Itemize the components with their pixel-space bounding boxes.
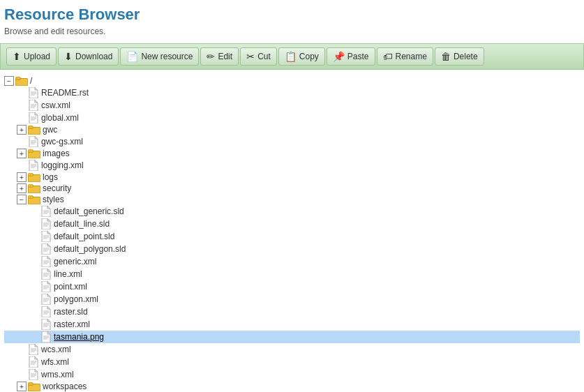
item-label-generic_xml: generic.xml <box>54 257 96 266</box>
file-item-generic_xml[interactable]: generic.xml <box>4 255 580 268</box>
file-item-line_xml[interactable]: line.xml <box>4 268 580 280</box>
item-label-default_polygon: default_polygon.sld <box>54 244 126 254</box>
file-item-point_xml[interactable]: point.xml <box>4 280 580 293</box>
cut-label: Cut <box>257 52 271 61</box>
toggle-spacer-raster_xml <box>29 319 39 329</box>
file-item-wms[interactable]: wms.xml <box>4 368 580 381</box>
svg-rect-22 <box>28 174 33 176</box>
file-icon <box>40 306 52 317</box>
item-label-wcs: wcs.xml <box>41 345 71 354</box>
folder-item-styles[interactable]: − styles <box>4 194 580 205</box>
file-item-default_point[interactable]: default_point.sld <box>4 230 580 243</box>
toggle-spacer-readme <box>17 88 27 98</box>
folder-icon <box>28 149 40 158</box>
item-label-security: security <box>43 183 71 193</box>
rename-button[interactable]: 🏷Rename <box>377 47 433 66</box>
item-label-workspaces: workspaces <box>43 382 87 391</box>
edit-button[interactable]: ✏Edit <box>200 47 239 66</box>
file-item-wfs[interactable]: wfs.xml <box>4 356 580 368</box>
item-label-readme: README.rst <box>41 88 89 98</box>
folder-item-security[interactable]: + security <box>4 183 580 194</box>
toggle-styles[interactable]: − <box>17 195 27 204</box>
file-icon <box>28 369 39 380</box>
file-icon <box>40 294 52 305</box>
file-item-raster_sld[interactable]: raster.sld <box>4 306 580 318</box>
folder-icon <box>28 183 40 193</box>
toggle-spacer-wcs <box>17 345 27 354</box>
folder-icon <box>28 195 40 204</box>
item-label-point_xml: point.xml <box>54 282 87 292</box>
edit-icon: ✏ <box>207 51 215 62</box>
file-item-tasmania[interactable]: tasmania.png <box>4 331 580 343</box>
item-label-raster_xml: raster.xml <box>54 319 90 329</box>
toggle-spacer-default_line <box>29 219 39 229</box>
download-label: Download <box>75 52 112 61</box>
folder-icon <box>28 172 40 182</box>
file-icon <box>40 218 52 229</box>
cut-icon: ✂ <box>246 51 255 62</box>
folder-icon <box>15 76 28 86</box>
item-label-global: global.xml <box>41 113 79 123</box>
file-item-wcs[interactable]: wcs.xml <box>4 343 580 356</box>
file-item-readme[interactable]: README.rst <box>4 86 580 99</box>
file-item-default_generic[interactable]: default_generic.sld <box>4 205 580 218</box>
file-item-csw[interactable]: csw.xml <box>4 99 580 112</box>
rename-label: Rename <box>396 52 427 61</box>
folder-item-images[interactable]: + images <box>4 148 580 159</box>
folder-item-gwc[interactable]: + gwc <box>4 124 580 135</box>
folder-item-workspaces[interactable]: + workspaces <box>4 381 580 392</box>
copy-icon: 📋 <box>285 51 297 62</box>
folder-item-logs[interactable]: + logs <box>4 172 580 183</box>
file-icon <box>40 231 52 242</box>
file-item-gwc-gs[interactable]: gwc-gs.xml <box>4 135 580 148</box>
item-label-styles: styles <box>43 195 64 204</box>
item-label-wms: wms.xml <box>41 370 74 379</box>
file-item-default_polygon[interactable]: default_polygon.sld <box>4 243 580 255</box>
paste-button[interactable]: 📌Paste <box>327 47 375 66</box>
file-icon <box>40 281 52 292</box>
toggle-spacer-tasmania <box>29 332 39 342</box>
file-item-global[interactable]: global.xml <box>4 112 580 124</box>
toggle-spacer-gwc-gs <box>17 137 27 146</box>
toggle-spacer-raster_sld <box>29 307 39 317</box>
file-icon <box>28 112 39 123</box>
page-title: Resource Browser <box>4 6 580 24</box>
toggle-security[interactable]: + <box>17 183 27 193</box>
file-icon <box>28 160 39 171</box>
item-label-gwc-gs: gwc-gs.xml <box>41 137 83 146</box>
file-item-default_line[interactable]: default_line.sld <box>4 218 580 230</box>
copy-button[interactable]: 📋Copy <box>278 47 325 66</box>
toggle-spacer-generic_xml <box>29 257 39 266</box>
folder-item-root[interactable]: − / <box>4 75 580 86</box>
item-label-logs: logs <box>43 172 58 182</box>
file-icon <box>28 100 39 111</box>
toggle-images[interactable]: + <box>17 149 27 158</box>
download-button[interactable]: ⬇Download <box>58 47 119 66</box>
toggle-root[interactable]: − <box>4 76 14 86</box>
delete-button[interactable]: 🗑Delete <box>435 47 484 66</box>
upload-button[interactable]: ⬆Upload <box>6 47 57 66</box>
folder-icon <box>28 125 40 135</box>
toggle-spacer-line_xml <box>29 269 39 279</box>
file-item-polygon_xml[interactable]: polygon.xml <box>4 293 580 306</box>
item-label-root: / <box>30 76 32 86</box>
delete-label: Delete <box>454 52 478 61</box>
toggle-spacer-global <box>17 113 27 123</box>
toggle-spacer-default_generic <box>29 206 39 216</box>
cut-button[interactable]: ✂Cut <box>240 47 277 66</box>
paste-icon: 📌 <box>333 51 345 62</box>
toggle-spacer-wfs <box>17 357 27 367</box>
toggle-workspaces[interactable]: + <box>17 382 27 391</box>
new-resource-button[interactable]: 📄New resource <box>120 47 199 66</box>
item-label-images: images <box>43 149 70 158</box>
new-resource-label: New resource <box>141 52 193 61</box>
file-item-logging[interactable]: logging.xml <box>4 159 580 172</box>
svg-rect-24 <box>28 185 33 188</box>
toolbar: ⬆Upload⬇Download📄New resource✏Edit✂Cut📋C… <box>0 43 584 70</box>
page-subtitle: Browse and edit resources. <box>4 27 580 36</box>
file-item-raster_xml[interactable]: raster.xml <box>4 318 580 331</box>
svg-rect-1 <box>15 77 20 80</box>
toggle-logs[interactable]: + <box>17 172 27 182</box>
item-label-default_generic: default_generic.sld <box>54 206 124 216</box>
toggle-gwc[interactable]: + <box>17 125 27 135</box>
